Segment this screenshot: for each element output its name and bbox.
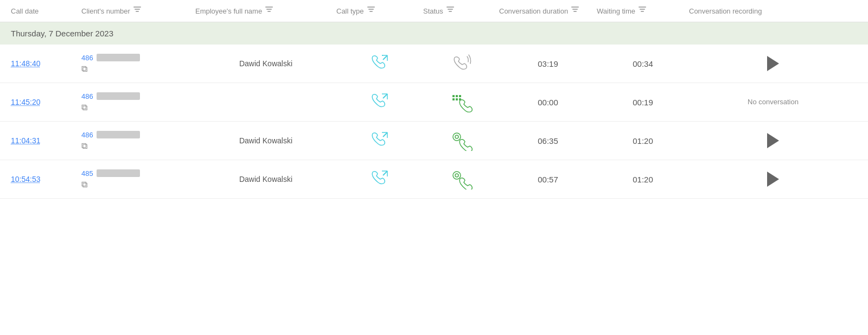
duration-cell: 03:19 [499, 59, 597, 68]
date-group-label: Thursday, 7 December 2023 [11, 29, 113, 38]
employee-name: Dawid Kowalski [239, 136, 292, 145]
call-time-cell: 11:48:40 [11, 59, 81, 68]
svg-rect-8 [456, 95, 458, 97]
clients-number-filter-icon[interactable] [133, 7, 141, 12]
svg-point-16 [453, 133, 461, 141]
table-row: 10:54:53 485 ⧉ Dawid Kowalski [0, 160, 868, 199]
employee-name: Dawid Kowalski [239, 175, 292, 184]
phone-prefix: 486 [81, 92, 93, 100]
col-clients-number-label: Client's number [81, 7, 130, 16]
phone-number-row: 486 [81, 92, 140, 100]
employee-cell: Dawid Kowalski [195, 136, 336, 145]
incoming-call-icon [368, 53, 391, 74]
copy-icon[interactable]: ⧉ [81, 141, 87, 151]
col-conversation-duration: Conversation duration [499, 7, 597, 16]
col-conversation-recording: Conversation recording [689, 7, 857, 16]
phone-redacted [97, 131, 140, 138]
col-waiting-time-label: Waiting time [597, 7, 635, 16]
waiting-value: 00:34 [633, 59, 653, 68]
waiting-value: 01:20 [633, 175, 653, 184]
conv-duration-filter-icon[interactable] [571, 7, 579, 12]
call-type-cell [336, 92, 423, 112]
play-button[interactable] [767, 133, 779, 148]
phone-number-cell: 485 ⧉ [81, 169, 195, 189]
col-conv-duration-label: Conversation duration [499, 7, 568, 16]
phone-number-cell: 486 ⧉ [81, 54, 195, 74]
phone-number-row: 485 [81, 169, 140, 178]
play-button[interactable] [767, 56, 779, 71]
status-missed-icon [449, 92, 473, 112]
waiting-value: 00:19 [633, 98, 653, 107]
call-time-value[interactable]: 10:54:53 [11, 175, 41, 184]
col-waiting-time: Waiting time [597, 7, 689, 16]
call-time-value[interactable]: 11:04:31 [11, 136, 41, 145]
phone-number-cell: 486 ⧉ [81, 131, 195, 151]
phone-number-row: 486 [81, 131, 140, 139]
phone-redacted [97, 92, 140, 100]
call-type-filter-icon[interactable] [367, 7, 375, 12]
employee-name-filter-icon[interactable] [265, 7, 273, 12]
duration-cell: 00:57 [499, 175, 597, 184]
recording-cell [689, 172, 857, 187]
employee-name: Dawid Kowalski [239, 59, 292, 68]
call-type-cell [336, 169, 423, 189]
waiting-cell: 00:34 [597, 59, 689, 68]
svg-rect-9 [459, 95, 461, 97]
waiting-cell: 01:20 [597, 136, 689, 146]
copy-icon[interactable]: ⧉ [81, 103, 87, 112]
duration-cell: 06:35 [499, 136, 597, 146]
svg-rect-7 [452, 95, 455, 97]
employee-cell: Dawid Kowalski [195, 175, 336, 184]
status-ringing-icon [449, 53, 473, 74]
col-status: Status [423, 7, 499, 16]
status-cell [423, 130, 499, 151]
call-time-value[interactable]: 11:48:40 [11, 59, 41, 68]
svg-point-22 [455, 174, 458, 177]
duration-value: 00:00 [538, 98, 558, 107]
recording-cell: No conversation [689, 97, 857, 107]
status-filter-icon[interactable] [446, 7, 454, 12]
calls-table: Call date Client's number Employee's ful… [0, 0, 868, 335]
svg-rect-11 [456, 98, 458, 100]
date-group-header: Thursday, 7 December 2023 [0, 22, 868, 45]
incoming-call-icon [368, 169, 391, 189]
table-row: 11:48:40 486 ⧉ Dawid Kowalski [0, 45, 868, 83]
phone-redacted [97, 169, 140, 177]
status-cell [423, 169, 499, 189]
waiting-value: 01:20 [633, 136, 653, 146]
recording-cell [689, 133, 857, 148]
svg-point-21 [453, 172, 461, 179]
status-cell [423, 92, 499, 112]
svg-line-20 [383, 171, 387, 175]
phone-prefix: 486 [81, 131, 93, 139]
status-answered-icon [449, 130, 473, 151]
svg-point-17 [455, 135, 458, 138]
table-row: 11:45:20 486 ⧉ [0, 83, 868, 122]
status-answered2-icon [449, 169, 473, 189]
recording-cell [689, 56, 857, 71]
col-employee-name-label: Employee's full name [195, 7, 262, 16]
call-type-cell [336, 53, 423, 74]
play-button[interactable] [767, 172, 779, 187]
table-header: Call date Client's number Employee's ful… [0, 0, 868, 22]
waiting-cell: 01:20 [597, 175, 689, 184]
duration-value: 06:35 [538, 136, 558, 146]
phone-prefix: 486 [81, 54, 93, 62]
copy-icon[interactable]: ⧉ [81, 180, 87, 189]
col-call-date: Call date [11, 7, 81, 16]
incoming-call-icon [368, 130, 391, 151]
phone-number-row: 486 [81, 54, 140, 62]
incoming-call-icon [368, 92, 391, 112]
call-time-value[interactable]: 11:45:20 [11, 98, 41, 106]
duration-cell: 00:00 [499, 98, 597, 107]
call-time-cell: 11:45:20 [11, 98, 81, 106]
col-employee-name: Employee's full name [195, 7, 336, 16]
col-status-label: Status [423, 7, 443, 16]
phone-number-cell: 486 ⧉ [81, 92, 195, 112]
col-call-date-label: Call date [11, 7, 39, 16]
no-conversation-label: No conversation [748, 97, 799, 107]
phone-prefix: 485 [81, 169, 93, 178]
col-clients-number: Client's number [81, 7, 195, 16]
waiting-time-filter-icon[interactable] [639, 7, 646, 12]
copy-icon[interactable]: ⧉ [81, 64, 87, 74]
